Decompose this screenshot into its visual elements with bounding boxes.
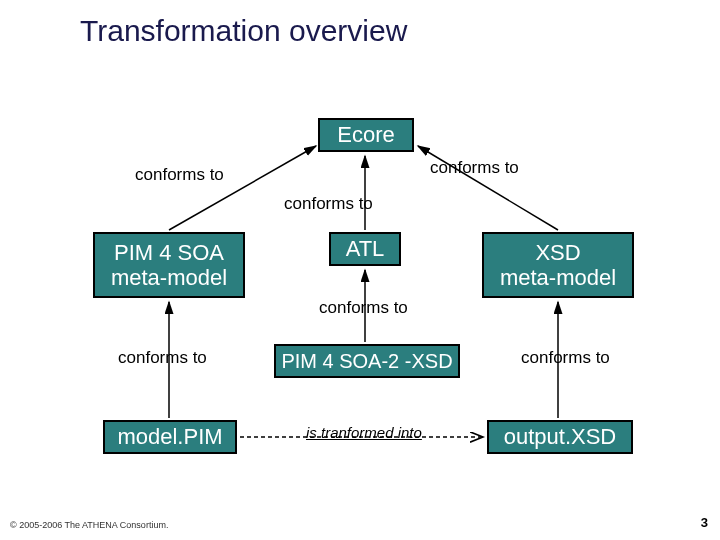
box-output-xsd: output.XSD xyxy=(487,420,633,454)
box-text: XSD meta-model xyxy=(500,240,616,291)
label-conforms-left-bottom: conforms to xyxy=(118,348,207,368)
label-conforms-left-top: conforms to xyxy=(135,165,224,185)
footer-copyright: © 2005-2006 The ATHENA Consortium. xyxy=(10,520,168,530)
box-atl: ATL xyxy=(329,232,401,266)
label-is-transformed: is tranformed into xyxy=(306,424,422,441)
box-xsd-metamodel: XSD meta-model xyxy=(482,232,634,298)
page-title: Transformation overview xyxy=(80,14,407,48)
label-conforms-center-top: conforms to xyxy=(284,194,373,214)
box-pim4soa-2-xsd: PIM 4 SOA-2 -XSD xyxy=(274,344,460,378)
label-conforms-right-bottom: conforms to xyxy=(521,348,610,368)
page-number: 3 xyxy=(701,515,708,530)
label-conforms-center-mid: conforms to xyxy=(319,298,408,318)
box-pim4soa-metamodel: PIM 4 SOA meta-model xyxy=(93,232,245,298)
label-conforms-right-top: conforms to xyxy=(430,158,519,178)
box-ecore: Ecore xyxy=(318,118,414,152)
svg-line-0 xyxy=(169,146,316,230)
box-model-pim: model.PIM xyxy=(103,420,237,454)
slide: Transformation overview Ecore PIM 4 SOA … xyxy=(0,0,720,540)
box-text: PIM 4 SOA meta-model xyxy=(111,240,227,291)
